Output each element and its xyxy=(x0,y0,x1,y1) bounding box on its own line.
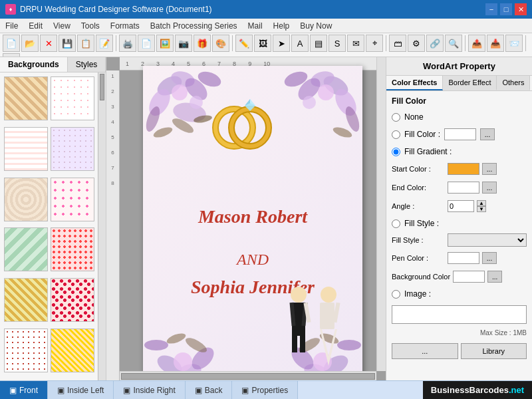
menu-help[interactable]: Help xyxy=(268,20,295,32)
bg-color-dots-btn[interactable]: ... xyxy=(487,271,502,283)
list-item[interactable] xyxy=(4,278,48,322)
angle-input[interactable] xyxy=(448,200,474,212)
start-color-swatch[interactable] xyxy=(448,163,479,175)
start-color-dots-btn[interactable]: ... xyxy=(482,163,497,175)
tb-export2[interactable]: 📥 xyxy=(487,35,504,52)
scrollbar-thumb-h[interactable] xyxy=(121,373,375,380)
tb-save[interactable]: 💾 xyxy=(59,35,76,52)
tab-backgrounds[interactable]: Backgrounds xyxy=(0,57,68,72)
menu-mail[interactable]: Mail xyxy=(243,20,268,32)
radio-gradient[interactable] xyxy=(392,148,400,156)
tb-img3[interactable]: 🎁 xyxy=(194,35,211,52)
tab-inside-right-label: Inside Right xyxy=(133,386,175,395)
tb-close-doc[interactable]: ✕ xyxy=(40,35,57,52)
menu-file[interactable]: File xyxy=(0,20,23,32)
tb-img1[interactable]: 🖼️ xyxy=(156,35,174,52)
menu-view[interactable]: View xyxy=(48,20,76,32)
menu-edit[interactable]: Edit xyxy=(23,20,48,32)
minimize-button[interactable]: − xyxy=(485,3,497,15)
tab-others[interactable]: Others xyxy=(497,76,530,90)
radio-image-row: Image : xyxy=(392,289,527,299)
library-button[interactable]: Library xyxy=(461,343,527,359)
scrollbar-thumb[interactable] xyxy=(100,74,104,100)
tb-db2[interactable]: ⚙ xyxy=(408,35,425,52)
list-item[interactable] xyxy=(51,227,94,271)
list-item[interactable] xyxy=(4,227,48,271)
list-item[interactable] xyxy=(4,76,48,120)
tb-img4[interactable]: 🎨 xyxy=(212,35,229,52)
tb-mail[interactable]: ✉ xyxy=(347,35,364,52)
status-bar: ▣ Front ▣ Inside Left ▣ Inside Right ▣ B… xyxy=(0,380,532,399)
tb-open[interactable]: 📂 xyxy=(21,35,39,52)
end-color-swatch[interactable] xyxy=(448,182,479,194)
end-color-dots-btn[interactable]: ... xyxy=(482,182,497,194)
tb-text[interactable]: A xyxy=(291,35,309,52)
radio-fillcolor[interactable] xyxy=(392,130,400,139)
tb-save2[interactable]: 📋 xyxy=(77,35,94,52)
card-canvas[interactable]: Mason Robert AND Sophia Jennifer xyxy=(143,66,362,380)
fill-color-dots-btn[interactable]: ... xyxy=(480,128,495,140)
tb-export3[interactable]: 📨 xyxy=(505,35,523,52)
pen-color-dots-btn[interactable]: ... xyxy=(482,252,497,264)
canvas-scrollbar-v[interactable] xyxy=(376,57,386,371)
tb-pen[interactable]: ✏️ xyxy=(235,35,253,52)
list-item[interactable] xyxy=(4,127,48,171)
list-item[interactable] xyxy=(51,127,94,171)
tb-barcode[interactable]: ▤ xyxy=(310,35,327,52)
tb-wordart[interactable]: S xyxy=(329,35,346,52)
list-item[interactable] xyxy=(51,76,94,120)
list-item[interactable] xyxy=(4,178,48,221)
bg-color-swatch[interactable] xyxy=(453,271,485,283)
tab-properties[interactable]: ▣ Properties xyxy=(232,381,298,399)
canvas-scrollbar-h[interactable] xyxy=(120,371,376,380)
max-size-label: Max Size : 1MB xyxy=(392,329,527,336)
tb-new[interactable]: 📄 xyxy=(3,35,20,52)
angle-down-btn[interactable]: ▼ xyxy=(477,206,486,212)
tab-inside-left[interactable]: ▣ Inside Left xyxy=(48,381,114,399)
tb-print2[interactable]: 📄 xyxy=(138,35,155,52)
tb-db4[interactable]: 🔍 xyxy=(445,35,462,52)
image-path-field[interactable] xyxy=(392,305,527,324)
tab-front[interactable]: ▣ Front xyxy=(0,381,48,399)
card-text-and[interactable]: AND xyxy=(143,251,362,269)
list-item[interactable] xyxy=(51,178,94,221)
list-item[interactable] xyxy=(4,329,48,372)
maximize-button[interactable]: □ xyxy=(500,3,512,15)
tab-border-effect[interactable]: Border Effect xyxy=(443,76,497,90)
radio-none[interactable] xyxy=(392,113,400,122)
right-panel: WordArt Property Color Effects Border Ef… xyxy=(386,57,532,380)
svg-point-43 xyxy=(291,287,307,303)
brand-biz-label: BusinessBarcodes xyxy=(431,385,509,395)
menu-formats[interactable]: Formats xyxy=(105,20,145,32)
tb-copy[interactable]: 📝 xyxy=(96,35,113,52)
tab-color-effects[interactable]: Color Effects xyxy=(386,76,443,90)
menu-buynow[interactable]: Buy Now xyxy=(295,20,337,32)
menu-batch[interactable]: Batch Processing Series xyxy=(145,20,243,32)
list-item[interactable] xyxy=(51,278,94,322)
radio-image[interactable] xyxy=(392,290,400,299)
left-panel: Backgrounds Styles xyxy=(0,57,106,380)
pen-color-swatch[interactable] xyxy=(448,252,479,264)
tab-styles[interactable]: Styles xyxy=(68,57,106,72)
list-item[interactable] xyxy=(51,329,94,372)
tb-img5[interactable]: 🖼 xyxy=(254,35,271,52)
tb-img2[interactable]: 📷 xyxy=(175,35,192,52)
tb-print[interactable]: 🖨️ xyxy=(119,35,136,52)
tb-db3[interactable]: 🔗 xyxy=(426,35,444,52)
tb-scan[interactable]: ⌖ xyxy=(366,35,383,52)
angle-up-btn[interactable]: ▲ xyxy=(477,200,486,206)
card-text-name1[interactable]: Mason Robert xyxy=(143,206,362,227)
fillstyle-select[interactable] xyxy=(448,233,527,247)
menu-tools[interactable]: Tools xyxy=(76,20,105,32)
close-button[interactable]: ✕ xyxy=(515,3,527,15)
tab-properties-label: Properties xyxy=(251,386,288,395)
tb-arrow[interactable]: ➤ xyxy=(273,35,290,52)
tb-db1[interactable]: 🗃 xyxy=(389,35,406,52)
dots-button[interactable]: ... xyxy=(392,343,458,359)
left-scrollbar[interactable] xyxy=(98,72,106,380)
fill-color-swatch[interactable] xyxy=(444,128,476,140)
tab-back[interactable]: ▣ Back xyxy=(186,381,233,399)
tb-export1[interactable]: 📤 xyxy=(468,35,485,52)
tab-inside-right[interactable]: ▣ Inside Right xyxy=(114,381,185,399)
radio-fillstyle[interactable] xyxy=(392,219,400,228)
